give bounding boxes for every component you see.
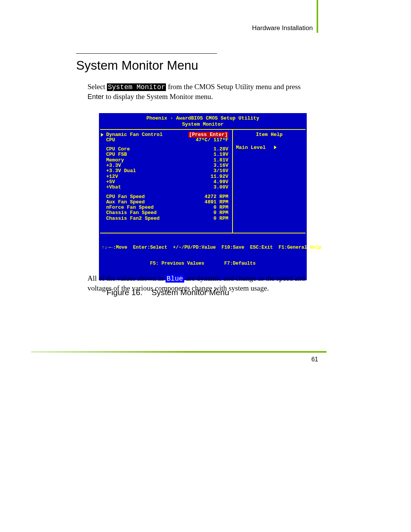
caret-icon [101, 133, 104, 137]
bios-row: CPU47ºC/ 117ºF [104, 137, 228, 143]
bios-row: +12V11.92V [104, 174, 228, 179]
bios-row: Memory1.81V [104, 158, 228, 163]
bios-help-pane: Item Help Main Level [233, 130, 306, 233]
bios-value: 1.28V [130, 147, 228, 152]
bios-label: +12V [104, 174, 118, 179]
bios-value: 3.00V [121, 185, 228, 190]
header-accent [317, 0, 318, 33]
bios-label: +Vbat [104, 185, 121, 190]
bios-row-dynamic-fan[interactable]: Dynamic Fan Control [Press Enter] [104, 132, 228, 137]
bios-value: 3.16V [121, 163, 228, 168]
bios-footer-line1: ↑↓→←:Move Enter:Select +/-/PU/PD:Value F… [102, 245, 304, 251]
bios-label: CPU Fan Speed [104, 194, 145, 200]
document-page: Hardware Installation System Monitor Men… [0, 0, 411, 532]
intro-text-pre: Select [88, 83, 107, 91]
intro-text-post: to display the System Monitor menu. [104, 93, 213, 101]
bios-row: +5V4.99V [104, 179, 228, 185]
bios-title-line1: Phoenix - AwardBIOS CMOS Setup Utility [100, 114, 306, 122]
bios-value: 4891 RPM [145, 200, 228, 205]
bios-panel: Phoenix - AwardBIOS CMOS Setup Utility S… [99, 113, 307, 280]
bios-row: +Vbat3.00V [104, 185, 228, 190]
bios-value: [Press Enter] [162, 132, 228, 137]
page-number: 61 [311, 356, 318, 363]
bios-row: CPU Core1.28V [104, 147, 228, 152]
bios-value: 1.81V [124, 158, 228, 163]
bios-body: Dynamic Fan Control [Press Enter] CPU47º… [100, 129, 306, 233]
bios-label: Memory [104, 158, 124, 163]
bios-value: 47ºC/ 117ºF [115, 137, 228, 143]
bios-label: CPU Core [104, 147, 130, 152]
page-title: System Monitor Menu [76, 53, 217, 73]
bios-row: Chassis Fan Speed0 RPM [104, 210, 228, 216]
bios-value: 4272 RPM [145, 194, 228, 200]
bios-value: 3/16V [136, 168, 228, 174]
footer-divider [31, 351, 327, 353]
bios-row: +3.3V Dual3/16V [104, 168, 228, 174]
chevron-right-icon [274, 145, 277, 149]
bios-label: Aux Fan Speed [104, 200, 145, 205]
bios-row: Aux Fan Speed4891 RPM [104, 200, 228, 205]
main-level-row: Main Level [236, 145, 303, 150]
bios-label: +3.3V [104, 163, 121, 168]
intro-paragraph: Select System Monitor from the CMOS Setu… [88, 82, 316, 102]
note-paragraph: All of the values shown in Blue are dyna… [88, 273, 316, 293]
bios-value: 0 RPM [159, 216, 228, 221]
bios-title-line2: System Monitor [100, 122, 306, 129]
press-enter-badge: [Press Enter] [188, 132, 228, 137]
system-monitor-inline-box: System Monitor [107, 83, 166, 91]
bios-label: Dynamic Fan Control [104, 132, 162, 137]
bios-value: 4.99V [115, 179, 228, 185]
bios-row: Chassis Fan2 Speed0 RPM [104, 216, 228, 221]
enter-key-label: Enter [88, 93, 104, 101]
main-content: System Monitor Menu Select System Monito… [76, 53, 320, 297]
bios-footer: ↑↓→←:Move Enter:Select +/-/PU/PD:Value F… [100, 233, 306, 279]
bios-label: CPU FSB [104, 152, 127, 157]
main-level-label: Main Level [236, 145, 266, 150]
note-paragraph-wrap: All of the values shown in Blue are dyna… [88, 273, 301, 301]
bios-label: +3.3V Dual [104, 168, 136, 174]
bios-label: CPU [104, 137, 115, 143]
breadcrumb: Hardware Installation [252, 24, 313, 32]
bios-label: Chassis Fan2 Speed [104, 216, 159, 221]
blue-inline-box: Blue [166, 275, 184, 283]
bios-left-pane: Dynamic Fan Control [Press Enter] CPU47º… [100, 130, 233, 233]
bios-label: nForce Fan Speed [104, 205, 154, 210]
item-help-title: Item Help [236, 132, 303, 137]
bios-label: +5V [104, 179, 115, 185]
bios-value: 11.92V [118, 174, 228, 179]
bios-row: CPU Fan Speed4272 RPM [104, 194, 228, 200]
bios-value: 1.19V [127, 152, 228, 157]
intro-text-mid: from the CMOS Setup Utility menu and pre… [166, 83, 301, 91]
bios-value: 0 RPM [157, 210, 228, 216]
bios-footer-line2: F5: Previous Values F7:Defaults [102, 261, 304, 267]
bios-row: nForce Fan Speed0 RPM [104, 205, 228, 210]
bios-row: CPU FSB1.19V [104, 152, 228, 157]
bios-value: 0 RPM [154, 205, 228, 210]
bios-label: Chassis Fan Speed [104, 210, 157, 216]
note-text-pre: All of the values shown in [88, 274, 166, 282]
bios-row: +3.3V3.16V [104, 163, 228, 168]
